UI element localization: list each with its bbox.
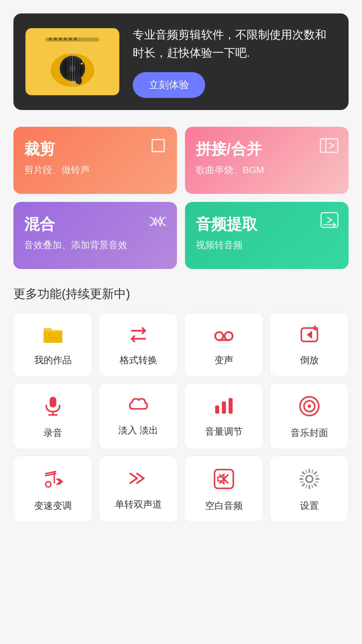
svg-rect-4 [64,38,67,40]
disc-icon [299,395,320,420]
tool-blank-audio-label: 空白音频 [205,499,243,512]
svg-point-47 [46,482,51,487]
svg-rect-40 [229,398,233,414]
mix-desc: 音效叠加、添加背景音效 [24,239,166,252]
tool-my-works-label: 我的作品 [34,354,72,367]
svg-rect-20 [320,139,338,152]
svg-rect-3 [59,38,62,40]
play-back-icon [299,325,320,347]
tool-settings[interactable]: 设置 [270,456,349,522]
mix-title: 混合 [24,214,166,235]
svg-rect-6 [74,38,77,40]
tool-record-label: 录音 [44,427,62,439]
tool-reverse-label: 倒放 [300,354,319,367]
extract-icon [320,212,339,232]
feature-card-crop[interactable]: 裁剪 剪片段、做铃声 [13,127,177,194]
tool-voice-change[interactable]: 变声 [184,313,263,376]
svg-rect-1 [49,38,52,40]
svg-point-30 [215,332,223,340]
tool-music-cover-label: 音乐封面 [291,427,328,439]
gear-icon [299,468,320,493]
banner-content: 专业音频剪辑软件，不限制使用次数和时长，赶快体验一下吧. 立刻体验 [133,25,337,98]
tool-reverse[interactable]: 倒放 [270,313,349,376]
tool-voice-change-label: 变声 [215,354,233,367]
svg-rect-19 [152,140,164,152]
tool-format-convert-label: 格式转换 [120,354,157,367]
banner-text: 专业音频剪辑软件，不限制使用次数和时长，赶快体验一下吧. [133,25,337,62]
extract-desc: 视频转音频 [196,239,338,252]
svg-point-52 [306,476,313,482]
banner-image: ♩ [25,28,119,95]
svg-rect-2 [54,38,57,40]
svg-rect-38 [215,406,219,414]
mix-icon [149,212,167,232]
cloud-icon [128,395,149,417]
bar-chart-icon [213,395,235,419]
experience-button[interactable]: 立刻体验 [133,72,205,98]
tools-grid: 我的作品 格式转换 变声 [13,313,349,522]
mute-box-icon [213,468,235,493]
merge-icon [320,137,339,157]
svg-rect-35 [50,397,56,408]
svg-rect-28 [48,335,51,336]
tool-format-convert[interactable]: 格式转换 [99,313,178,376]
merge-desc: 歌曲串烧、BGM [196,164,338,176]
svg-marker-34 [307,331,312,339]
tool-mono-stereo[interactable]: 单转双声道 [99,456,178,522]
mic-icon [42,395,64,420]
crop-icon [149,137,167,158]
svg-rect-0 [46,38,99,42]
merge-title: 拼接/合并 [196,139,338,160]
forward-2-icon [128,468,149,491]
tool-settings-label: 设置 [300,499,319,512]
crop-title: 裁剪 [24,139,166,160]
svg-rect-39 [222,401,226,414]
tool-record[interactable]: 录音 [13,383,92,449]
tool-fade[interactable]: 淡入 淡出 [99,383,178,449]
tool-fade-label: 淡入 淡出 [118,424,159,437]
tool-mono-stereo-label: 单转双声道 [115,498,162,511]
svg-text:♩: ♩ [80,56,84,66]
svg-rect-5 [69,38,72,40]
repeat-icon [128,325,149,347]
folder-icon [42,325,64,347]
tool-blank-audio[interactable]: 空白音频 [184,456,263,522]
tool-my-works[interactable]: 我的作品 [13,313,92,376]
music-eq-icon [42,468,64,493]
tool-volume[interactable]: 音量调节 [184,383,263,449]
voicemail-icon [213,325,235,347]
promo-banner: ♩ 专业音频剪辑软件，不限制使用次数和时长，赶快体验一下吧. 立刻体验 [13,13,349,110]
feature-card-mix[interactable]: 混合 音效叠加、添加背景音效 [13,202,177,269]
svg-point-43 [308,405,311,408]
svg-point-31 [225,332,233,340]
feature-grid: 裁剪 剪片段、做铃声 拼接/合并 歌曲串烧、BGM [13,127,349,269]
feature-card-extract[interactable]: 音频提取 视频转音频 [185,202,349,269]
svg-rect-29 [48,337,58,338]
tool-volume-label: 音量调节 [205,425,243,438]
more-section-title: 更多功能(持续更新中) [13,286,349,302]
tool-speed-pitch-label: 变速变调 [34,499,72,512]
extract-title: 音频提取 [196,214,338,235]
crop-desc: 剪片段、做铃声 [24,164,166,176]
tool-speed-pitch[interactable]: 变速变调 [13,456,92,522]
feature-card-merge[interactable]: 拼接/合并 歌曲串烧、BGM [185,127,349,194]
tool-music-cover[interactable]: 音乐封面 [270,383,349,449]
